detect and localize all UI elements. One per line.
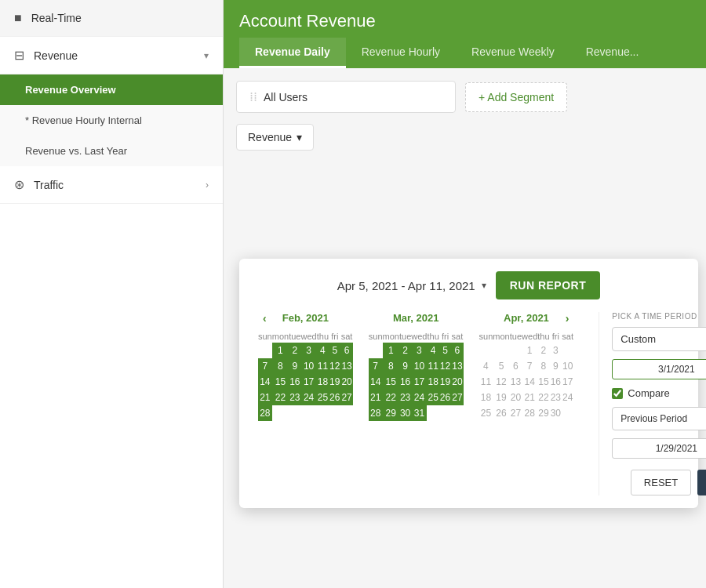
calendar-day[interactable] <box>562 343 573 358</box>
next-month-button[interactable]: › <box>561 310 574 326</box>
calendar-day[interactable]: 12 <box>329 358 340 374</box>
calendar-day[interactable]: 2 <box>537 343 549 358</box>
calendar-day[interactable] <box>562 405 573 421</box>
calendar-day[interactable]: 27 <box>510 405 522 421</box>
calendar-day[interactable]: 4 <box>317 343 329 358</box>
tab-revenue-more[interactable]: Revenue... <box>570 38 655 68</box>
calendar-day[interactable]: 7 <box>258 358 272 374</box>
calendar-day[interactable]: 28 <box>258 405 272 421</box>
calendar-day[interactable]: 26 <box>439 390 451 405</box>
sidebar-item-revenue-vs-last-year[interactable]: Revenue vs. Last Year <box>0 136 223 166</box>
calendar-day[interactable]: 28 <box>369 405 383 421</box>
calendar-day[interactable] <box>369 343 383 358</box>
date-range-display[interactable]: Apr 5, 2021 - Apr 11, 2021 ▾ <box>337 279 486 292</box>
calendar-day[interactable]: 15 <box>272 374 289 390</box>
calendar-day[interactable]: 6 <box>451 343 463 358</box>
calendar-day[interactable]: 12 <box>439 358 451 374</box>
sidebar-item-traffic[interactable]: ⊛ Traffic › <box>0 166 223 204</box>
calendar-day[interactable]: 28 <box>522 405 537 421</box>
calendar-day[interactable]: 18 <box>479 390 493 405</box>
calendar-day[interactable]: 15 <box>537 374 549 390</box>
calendar-day[interactable]: 25 <box>317 390 329 405</box>
prev-month-button[interactable]: ‹ <box>258 310 271 326</box>
calendar-day[interactable]: 14 <box>369 374 383 390</box>
previous-period-select[interactable]: Previous Period ▾ <box>612 407 706 430</box>
calendar-day[interactable]: 24 <box>301 390 317 405</box>
calendar-day[interactable]: 11 <box>427 358 439 374</box>
calendar-day[interactable] <box>301 405 317 421</box>
calendar-day[interactable]: 22 <box>537 390 549 405</box>
calendar-day[interactable]: 4 <box>479 358 493 374</box>
reset-button[interactable]: RESET <box>631 470 691 495</box>
tab-revenue-weekly[interactable]: Revenue Weekly <box>456 38 570 68</box>
calendar-day[interactable]: 17 <box>562 374 573 390</box>
calendar-day[interactable]: 3 <box>301 343 317 358</box>
calendar-day[interactable]: 1 <box>383 343 399 358</box>
calendar-day[interactable]: 23 <box>399 390 411 405</box>
calendar-day[interactable]: 1 <box>272 343 289 358</box>
calendar-day[interactable] <box>317 405 329 421</box>
calendar-day[interactable]: 27 <box>340 390 352 405</box>
calendar-day[interactable] <box>451 405 463 421</box>
segment-pill[interactable]: ⁞⁞ All Users <box>236 81 456 113</box>
calendar-day[interactable]: 16 <box>399 374 411 390</box>
calendar-day[interactable]: 24 <box>562 390 573 405</box>
calendar-day[interactable]: 13 <box>340 358 352 374</box>
calendar-day[interactable]: 7 <box>369 358 383 374</box>
start-date-input[interactable] <box>612 359 706 379</box>
sidebar-item-revenue-hourly-internal[interactable]: * Revenue Hourly Internal <box>0 105 223 136</box>
calendar-day[interactable]: 25 <box>427 390 439 405</box>
calendar-day[interactable]: 1 <box>522 343 537 358</box>
calendar-day[interactable]: 22 <box>383 390 399 405</box>
calendar-day[interactable]: 14 <box>522 374 537 390</box>
prev-start-date-input[interactable] <box>612 438 706 459</box>
calendar-day[interactable]: 5 <box>493 358 509 374</box>
tab-revenue-daily[interactable]: Revenue Daily <box>239 38 346 68</box>
calendar-day[interactable]: 13 <box>510 374 522 390</box>
run-report-button[interactable]: RUN REPORT <box>496 271 601 299</box>
add-segment-button[interactable]: + Add Segment <box>465 82 567 112</box>
calendar-day[interactable]: 10 <box>562 358 573 374</box>
calendar-day[interactable]: 12 <box>493 374 509 390</box>
calendar-day[interactable]: 3 <box>411 343 427 358</box>
calendar-day[interactable]: 6 <box>510 358 522 374</box>
tab-revenue-hourly[interactable]: Revenue Hourly <box>346 38 456 68</box>
calendar-day[interactable]: 20 <box>451 374 463 390</box>
calendar-day[interactable]: 14 <box>258 374 272 390</box>
sidebar-item-realtime[interactable]: ■ Real-Time <box>0 0 223 37</box>
calendar-day[interactable]: 6 <box>340 343 352 358</box>
calendar-day[interactable] <box>510 343 522 358</box>
calendar-day[interactable]: 5 <box>329 343 340 358</box>
calendar-day[interactable]: 4 <box>427 343 439 358</box>
calendar-day[interactable]: 21 <box>258 390 272 405</box>
calendar-day[interactable]: 19 <box>439 374 451 390</box>
calendar-day[interactable]: 20 <box>510 390 522 405</box>
calendar-day[interactable]: 31 <box>411 405 427 421</box>
calendar-day[interactable]: 21 <box>369 390 383 405</box>
calendar-day[interactable]: 10 <box>301 358 317 374</box>
calendar-day[interactable]: 26 <box>493 405 509 421</box>
calendar-day[interactable]: 18 <box>427 374 439 390</box>
calendar-day[interactable]: 29 <box>383 405 399 421</box>
calendar-day[interactable]: 9 <box>289 358 300 374</box>
calendar-day[interactable]: 16 <box>550 374 562 390</box>
calendar-day[interactable]: 20 <box>340 374 352 390</box>
calendar-day[interactable]: 15 <box>383 374 399 390</box>
calendar-day[interactable]: 7 <box>522 358 537 374</box>
calendar-day[interactable]: 9 <box>550 358 562 374</box>
calendar-day[interactable]: 21 <box>522 390 537 405</box>
calendar-day[interactable]: 25 <box>479 405 493 421</box>
calendar-day[interactable]: 8 <box>272 358 289 374</box>
calendar-day[interactable]: 18 <box>317 374 329 390</box>
calendar-day[interactable]: 17 <box>411 374 427 390</box>
calendar-day[interactable]: 19 <box>329 374 340 390</box>
calendar-day[interactable] <box>289 405 300 421</box>
apply-button[interactable]: APPLY <box>697 470 706 495</box>
calendar-day[interactable]: 23 <box>550 390 562 405</box>
compare-checkbox[interactable] <box>612 388 623 399</box>
calendar-day[interactable]: 17 <box>301 374 317 390</box>
calendar-day[interactable]: 27 <box>451 390 463 405</box>
calendar-day[interactable]: 30 <box>399 405 411 421</box>
calendar-day[interactable] <box>258 343 272 358</box>
calendar-day[interactable] <box>479 343 493 358</box>
